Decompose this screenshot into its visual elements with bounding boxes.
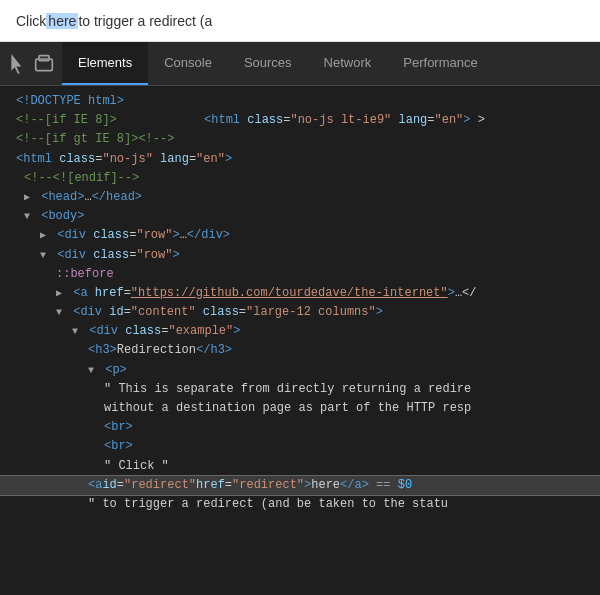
- tab-icons: [0, 42, 62, 85]
- code-line-10: ::before: [0, 265, 600, 284]
- code-line-1: <!DOCTYPE html>: [0, 92, 600, 111]
- webpage-link: here: [46, 13, 78, 29]
- selected-code-line[interactable]: <a id="redirect" href="redirect">here</a…: [0, 476, 600, 495]
- code-line-7: ▼ <body>: [0, 207, 600, 226]
- code-line-11: ▶ <a href="https://github.com/tourdedave…: [0, 284, 600, 303]
- code-line-17: without a destination page as part of th…: [0, 399, 600, 418]
- code-line-22: " to trigger a redirect (and be taken to…: [0, 495, 600, 514]
- code-line-5: <!--<![endif]-->: [0, 169, 600, 188]
- cursor-icon: [8, 54, 28, 74]
- code-line-13: ▼ <div class="example">: [0, 322, 600, 341]
- webpage-text-after: to trigger a redirect (a: [78, 13, 212, 29]
- code-line-16: " This is separate from directly returni…: [0, 380, 600, 399]
- devtools-panel: Elements Console Sources Network Perform…: [0, 42, 600, 595]
- code-line-20: " Click ": [0, 457, 600, 476]
- tab-console[interactable]: Console: [148, 42, 228, 85]
- code-panel: <!DOCTYPE html> <!--[if IE 8]> <html cla…: [0, 86, 600, 595]
- code-line-14: <h3>Redirection</h3>: [0, 341, 600, 360]
- code-line-19: <br>: [0, 437, 600, 456]
- box-icon: [34, 54, 54, 74]
- code-line-2: <!--[if IE 8]> <html class="no-js lt-ie9…: [0, 111, 600, 130]
- webpage-bar: Click here to trigger a redirect (a: [0, 0, 600, 42]
- code-line-12: ▼ <div id="content" class="large-12 colu…: [0, 303, 600, 322]
- code-line-6: ▶ <head>…</head>: [0, 188, 600, 207]
- code-line-4: <html class="no-js" lang="en">: [0, 150, 600, 169]
- tab-elements[interactable]: Elements: [62, 42, 148, 85]
- code-line-3: <!--[if gt IE 8]><!-->: [0, 130, 600, 149]
- code-line-8: ▶ <div class="row">…</div>: [0, 226, 600, 245]
- webpage-text-before: Click: [16, 13, 46, 29]
- devtools-tabs-bar: Elements Console Sources Network Perform…: [0, 42, 600, 86]
- tab-sources[interactable]: Sources: [228, 42, 308, 85]
- tab-performance[interactable]: Performance: [387, 42, 493, 85]
- code-line-15: ▼ <p>: [0, 361, 600, 380]
- code-line-18: <br>: [0, 418, 600, 437]
- tab-network[interactable]: Network: [308, 42, 388, 85]
- code-line-9: ▼ <div class="row">: [0, 246, 600, 265]
